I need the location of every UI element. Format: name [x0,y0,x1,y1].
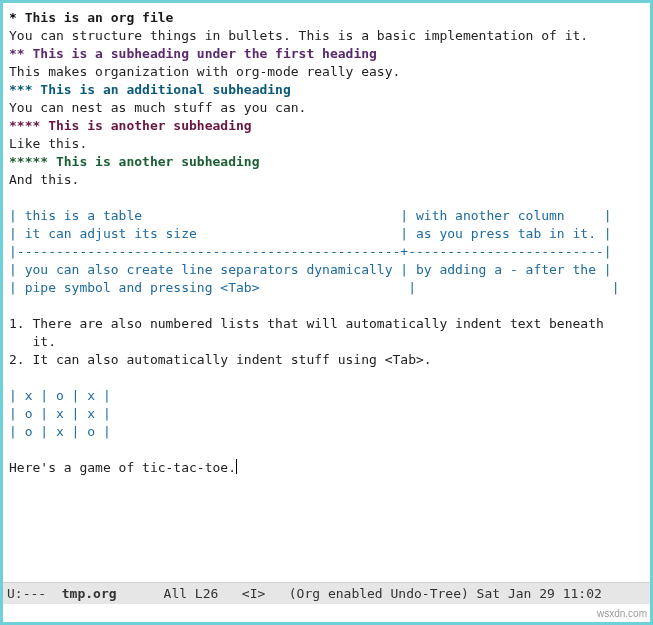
table1-sep: |---------------------------------------… [9,244,612,259]
watermark: wsxdn.com [597,605,647,623]
h5-body: And this. [9,172,79,187]
mode-line[interactable]: U:--- tmp.org All L26 <I> (Org enabled U… [3,582,650,604]
h1-stars: * [9,10,17,25]
table2-row1: | x | o | x | [9,388,111,403]
minibuffer[interactable] [3,604,650,622]
h4-body: Like this. [9,136,87,151]
emacs-frame: * This is an org file You can structure … [0,0,653,625]
table2-row3: | o | x | o | [9,424,111,439]
h2-stars: ** [9,46,25,61]
heading-2: This is a subheading under the first hea… [25,46,377,61]
table1-row4: | pipe symbol and pressing <Tab> | | [9,280,619,295]
list-item-2: 2. It can also automatically indent stuf… [9,352,432,367]
heading-3: This is an additional subheading [32,82,290,97]
heading-1: This is an org file [17,10,174,25]
editor-buffer[interactable]: * This is an org file You can structure … [3,3,650,582]
text-cursor [236,459,237,474]
modeline-filename: tmp.org [62,586,117,601]
modeline-status: U:--- [7,586,62,601]
table1-row3: | you can also create line separators dy… [9,262,612,277]
h1-body: You can structure things in bullets. Thi… [9,28,588,43]
heading-4: This is another subheading [40,118,251,133]
list-item-1b: it. [9,334,56,349]
h4-stars: **** [9,118,40,133]
table1-row1: | this is a table | with another column … [9,208,612,223]
table1-row2: | it can adjust its size | as you press … [9,226,612,241]
h3-stars: *** [9,82,32,97]
footer-text: Here's a game of tic-tac-toe. [9,460,236,475]
h2-body: This makes organization with org-mode re… [9,64,400,79]
h3-body: You can nest as much stuff as you can. [9,100,306,115]
table2-row2: | o | x | x | [9,406,111,421]
h5-stars: ***** [9,154,48,169]
list-item-1a: 1. There are also numbered lists that wi… [9,316,604,331]
heading-5: This is another subheading [48,154,259,169]
modeline-rest: All L26 <I> (Org enabled Undo-Tree) Sat … [117,586,602,601]
